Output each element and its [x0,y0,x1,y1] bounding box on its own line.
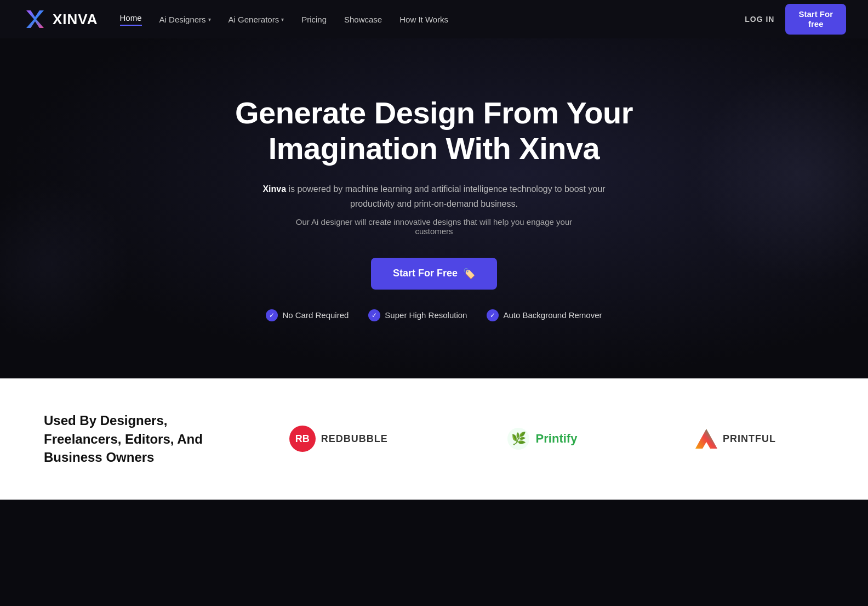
how-it-works-link[interactable]: How It Works [399,15,448,24]
hero-title: Generate Design From Your Imagination Wi… [198,95,670,166]
logo[interactable]: XINVA [22,6,98,32]
sidebar-item-ai-generators[interactable]: Ai Generators ▾ [229,15,284,24]
logo-icon [22,6,48,32]
printful-text: PRINTFUL [723,433,776,445]
ai-generators-link[interactable]: Ai Generators ▾ [229,15,284,24]
redbubble-icon: RB [289,426,316,452]
printify-icon: 🌿 [506,427,530,451]
ai-designers-link[interactable]: Ai Designers ▾ [159,15,211,24]
hero-section: Generate Design From Your Imagination Wi… [0,38,868,378]
check-icon: ✓ [487,309,499,321]
check-icon: ✓ [266,309,278,321]
printful-logo[interactable]: PRINTFUL [695,429,776,449]
printify-text: Printify [536,432,578,446]
features-row: ✓ No Card Required ✓ Super High Resoluti… [266,309,602,321]
sidebar-item-showcase[interactable]: Showcase [344,15,382,24]
svg-marker-3 [695,429,717,449]
pricing-link[interactable]: Pricing [301,15,327,24]
home-link[interactable]: Home [120,13,142,26]
chevron-down-icon: ▾ [208,16,211,22]
showcase-link[interactable]: Showcase [344,15,382,24]
navbar-left: XINVA Home Ai Designers ▾ Ai Generators … [22,6,448,32]
logo-text: XINVA [53,11,98,28]
svg-marker-0 [26,10,44,28]
partners-tagline: Used By Designers, Freelancers, Editors,… [44,411,208,467]
start-free-button-hero[interactable]: Start For Free 🏷️ [371,258,497,290]
navbar: XINVA Home Ai Designers ▾ Ai Generators … [0,0,868,38]
sidebar-item-home[interactable]: Home [120,13,142,26]
sidebar-item-pricing[interactable]: Pricing [301,15,327,24]
sidebar-item-ai-designers[interactable]: Ai Designers ▾ [159,15,211,24]
partners-logos: RB REDBUBBLE 🌿 Printify [241,426,824,452]
hero-sub2: Our Ai designer will create innovative d… [281,217,587,236]
navbar-right: LOG IN Start Forfree [745,4,846,35]
partners-section: Used By Designers, Freelancers, Editors,… [0,378,868,500]
hero-subtitle: Xinva is powered by machine learning and… [248,182,620,211]
feature-no-card: ✓ No Card Required [266,309,349,321]
redbubble-logo[interactable]: RB REDBUBBLE [289,426,388,452]
redbubble-text: REDBUBBLE [321,433,388,445]
feature-bg-remover: ✓ Auto Background Remover [487,309,602,321]
printify-logo[interactable]: 🌿 Printify [506,427,578,451]
cta-icon: 🏷️ [463,268,475,280]
start-free-button-nav[interactable]: Start Forfree [785,4,846,35]
feature-high-res: ✓ Super High Resolution [368,309,467,321]
nav-links: Home Ai Designers ▾ Ai Generators ▾ Pric… [120,13,449,26]
svg-text:🌿: 🌿 [511,431,526,446]
check-icon: ✓ [368,309,380,321]
printful-icon [695,429,717,449]
chevron-down-icon: ▾ [281,16,284,22]
login-button[interactable]: LOG IN [745,15,774,24]
sidebar-item-how-it-works[interactable]: How It Works [399,15,448,24]
